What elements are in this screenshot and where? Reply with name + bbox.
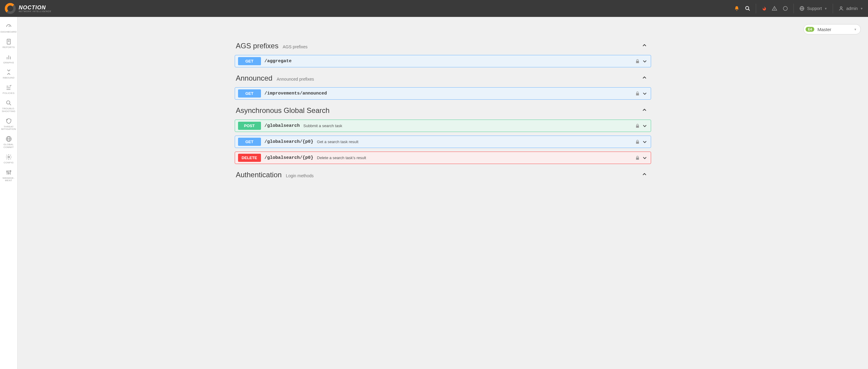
sliders-icon xyxy=(5,169,12,176)
svg-point-0 xyxy=(745,6,749,10)
chevron-up-icon[interactable] xyxy=(642,107,650,113)
chevron-down-icon[interactable] xyxy=(642,155,648,161)
sidebar-item-troubleshooting[interactable]: TROUBLE- SHOOTING xyxy=(0,97,17,115)
sidebar-item-label: CONFIG xyxy=(4,162,13,164)
endpoint-row[interactable]: GET/aggregate xyxy=(235,55,651,67)
header-right: Support ▼ admin ▼ xyxy=(734,4,863,13)
list-check-icon xyxy=(5,84,12,91)
sidebar-item-label: POLICIES xyxy=(3,92,14,95)
lock-icon[interactable] xyxy=(635,91,640,96)
section-header[interactable]: AnnouncedAnnounced prefixes xyxy=(235,74,651,82)
section-title: AGS prefixes xyxy=(236,42,278,50)
gear-icon xyxy=(5,154,12,160)
sidebar-item-global-commit[interactable]: GLOBAL COMMIT xyxy=(0,133,17,151)
endpoint-row[interactable]: DELETE/globalsearch/{p0}Delete a search … xyxy=(235,151,651,164)
logo[interactable]: NOCTION NETWORK INTELLIGENCE xyxy=(5,3,51,14)
magnify-icon xyxy=(5,100,12,106)
lock-icon[interactable] xyxy=(635,155,640,160)
endpoint-description: Subbmit a search task xyxy=(304,123,342,128)
endpoint-description: Get a search task result xyxy=(317,140,359,144)
http-method: POST xyxy=(238,122,261,130)
support-menu[interactable]: Support ▼ xyxy=(799,6,827,11)
warning-icon[interactable] xyxy=(772,6,777,11)
sidebar-item-label: REPORTS xyxy=(2,46,15,49)
instance-badge: E4 xyxy=(806,27,814,32)
sidebar-item-label: INBOUND xyxy=(3,77,14,79)
user-menu[interactable]: admin ▼ xyxy=(838,6,863,11)
lock-icon[interactable] xyxy=(635,59,640,64)
section-header[interactable]: AGS prefixesAGS prefixes xyxy=(235,42,651,50)
section-title: Announced xyxy=(236,74,273,82)
section-title: Authentication xyxy=(236,171,282,179)
endpoint-row[interactable]: GET/improvements/announced xyxy=(235,87,651,100)
endpoint-row[interactable]: GET/globalsearch/{p0}Get a search task r… xyxy=(235,136,651,148)
chevron-up-icon[interactable] xyxy=(642,75,650,81)
divider xyxy=(794,4,794,13)
instance-label: Master xyxy=(817,27,831,32)
sidebar-item-reports[interactable]: REPORTS xyxy=(0,36,17,51)
lock-icon[interactable] xyxy=(635,140,640,144)
chevron-down-icon[interactable] xyxy=(642,91,648,96)
section-header[interactable]: Asynchronous Global Search xyxy=(235,106,651,115)
chevron-down-icon[interactable] xyxy=(642,123,648,129)
endpoint-path: /improvements/announced xyxy=(265,91,327,96)
section-header[interactable]: AuthenticationLogin methods xyxy=(235,171,651,179)
endpoint-path: /globalsearch xyxy=(265,123,300,128)
chevron-down-icon: ▼ xyxy=(824,7,827,10)
brand-name: NOCTION xyxy=(19,5,51,10)
endpoint-path: /aggregate xyxy=(265,59,292,64)
endpoint-controls xyxy=(635,58,648,64)
divider xyxy=(756,4,756,13)
sidebar-item-graphs[interactable]: GRAPHS xyxy=(0,51,17,67)
svg-point-30 xyxy=(10,170,11,172)
chevron-down-icon[interactable] xyxy=(642,139,648,145)
http-method: GET xyxy=(238,138,261,146)
sidebar-item-config[interactable]: CONFIG xyxy=(0,151,17,167)
endpoint-controls xyxy=(635,123,648,129)
chevron-down-icon[interactable] xyxy=(642,58,648,64)
inbound-icon xyxy=(5,69,12,76)
fire-icon[interactable] xyxy=(762,6,766,11)
sidebar-item-threat-mitigation[interactable]: THREAT MITIGATION xyxy=(0,115,17,134)
endpoint-controls xyxy=(635,155,648,161)
sidebar-item-dashboard[interactable]: DASHBOARD xyxy=(0,21,17,36)
svg-point-28 xyxy=(6,171,7,172)
chevron-up-icon[interactable] xyxy=(642,42,650,48)
document-icon xyxy=(5,38,12,45)
chevron-up-icon[interactable] xyxy=(642,171,650,177)
section-subtitle: Login methods xyxy=(286,173,314,178)
endpoint-row[interactable]: POST/globalsearchSubbmit a search task xyxy=(235,120,651,132)
instance-selector[interactable]: E4 Master ▼ xyxy=(803,24,861,34)
search-icon[interactable] xyxy=(745,6,750,11)
svg-point-8 xyxy=(840,7,842,8)
chevron-down-icon: ▼ xyxy=(860,7,863,10)
logo-icon xyxy=(5,3,16,14)
section-title: Asynchronous Global Search xyxy=(236,106,330,115)
svg-line-9 xyxy=(9,26,10,27)
sidebar-item-label: THREAT MITIGATION xyxy=(0,125,17,131)
globe-icon xyxy=(5,136,12,142)
endpoint-controls xyxy=(635,91,648,96)
user-icon xyxy=(838,6,844,11)
sidebar-item-label: GRAPHS xyxy=(3,62,14,64)
sidebar-item-policies[interactable]: POLICIES xyxy=(0,82,17,97)
logo-text: NOCTION NETWORK INTELLIGENCE xyxy=(19,5,51,12)
endpoint-description: Delete a search task's result xyxy=(317,155,366,160)
brand-tagline: NETWORK INTELLIGENCE xyxy=(19,10,51,12)
endpoint-path: /globalsearch/{p0} xyxy=(265,139,313,144)
chevron-down-icon: ▼ xyxy=(854,28,857,31)
bell-icon[interactable] xyxy=(734,6,740,11)
section-subtitle: AGS prefixes xyxy=(283,45,307,49)
api-sections: AGS prefixesAGS prefixesGET/aggregateAnn… xyxy=(235,42,651,179)
instance-row: E4 Master ▼ xyxy=(25,24,861,34)
sidebar: DASHBOARD REPORTS GRAPHS INBOUND POLICIE… xyxy=(0,17,18,196)
sidebar-item-label: TROUBLE- SHOOTING xyxy=(0,108,17,113)
chat-icon[interactable] xyxy=(783,6,788,11)
lock-icon[interactable] xyxy=(635,123,640,128)
shield-icon xyxy=(5,118,12,124)
http-method: GET xyxy=(238,89,261,97)
sidebar-item-inbound[interactable]: INBOUND xyxy=(0,66,17,82)
sidebar-item-label: GLOBAL COMMIT xyxy=(0,143,17,149)
sidebar-item-management[interactable]: MANAGE- MENT xyxy=(0,167,17,185)
svg-point-29 xyxy=(8,172,9,174)
